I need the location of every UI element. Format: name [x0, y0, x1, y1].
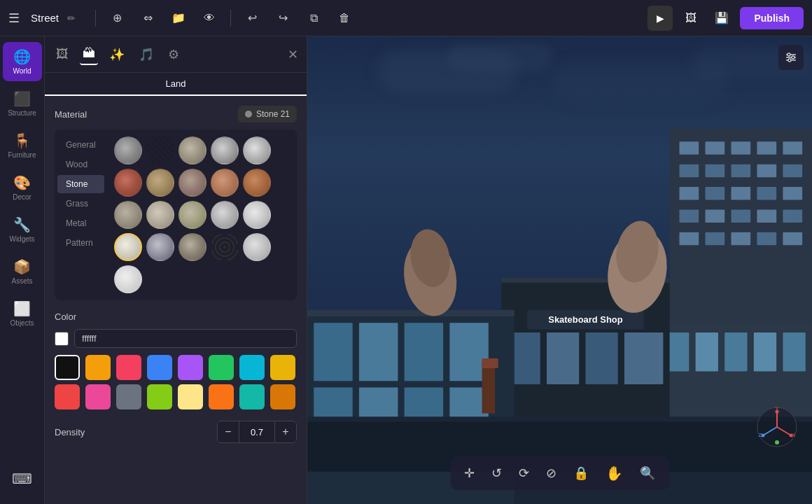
swatch-20[interactable] — [243, 233, 271, 261]
swatch-6[interactable] — [114, 169, 142, 197]
swatch-2[interactable] — [146, 136, 174, 164]
swatch-13[interactable] — [178, 201, 206, 229]
svg-rect-58 — [482, 358, 498, 368]
swatch-4[interactable] — [211, 136, 239, 164]
swatch-19[interactable] — [211, 233, 239, 261]
sidebar-item-assets[interactable]: 📦 Assets — [3, 252, 42, 291]
sidebar-item-objects[interactable]: ⬜ Objects — [3, 294, 42, 333]
color-section-label: Color — [55, 312, 297, 322]
panel-content: Material Stone 21 General Wood Stone Gra… — [45, 96, 307, 504]
cat-pattern[interactable]: Pattern — [57, 234, 104, 252]
swatch-11[interactable] — [114, 201, 142, 229]
tool-hand[interactable]: ✋ — [603, 462, 626, 484]
publish-button[interactable]: Publish — [740, 7, 804, 29]
swatch-15[interactable] — [243, 201, 271, 229]
color-black[interactable] — [55, 355, 80, 380]
color-green[interactable] — [209, 355, 234, 380]
tool-lock[interactable]: 🔒 — [570, 463, 592, 484]
viewport[interactable]: Skateboard Shop — [307, 36, 812, 504]
color-blue[interactable] — [147, 355, 172, 380]
density-decrease-button[interactable]: − — [218, 421, 239, 442]
swatch-5[interactable] — [243, 136, 271, 164]
tab-audio-icon[interactable]: 🎵 — [136, 44, 157, 65]
swatch-1[interactable] — [114, 136, 142, 164]
swatch-7[interactable] — [146, 169, 174, 197]
tool-rotate[interactable]: ↺ — [489, 463, 505, 484]
tool-move[interactable]: ✛ — [461, 463, 477, 484]
align-btn[interactable]: ⇔ — [135, 6, 160, 31]
image-btn[interactable]: 🖼 — [678, 6, 704, 31]
color-yellow[interactable] — [270, 355, 295, 380]
play-btn[interactable]: ▶ — [648, 6, 673, 31]
menu-icon[interactable]: ☰ — [8, 10, 20, 26]
color-amber[interactable] — [85, 355, 111, 380]
color-cyan[interactable] — [239, 355, 265, 380]
svg-rect-57 — [482, 362, 495, 414]
density-increase-button[interactable]: + — [275, 421, 296, 442]
svg-point-63 — [792, 56, 794, 59]
svg-rect-32 — [783, 332, 805, 371]
viewport-filter-button[interactable] — [778, 45, 804, 70]
color-gray[interactable] — [116, 384, 141, 410]
folder-btn[interactable]: 📁 — [166, 6, 191, 31]
svg-rect-12 — [680, 187, 699, 200]
color-lime[interactable] — [147, 384, 172, 410]
swatch-17[interactable] — [146, 233, 174, 261]
color-purple[interactable] — [178, 355, 203, 380]
tool-scale[interactable]: ⟳ — [516, 463, 532, 484]
swatch-9[interactable] — [211, 169, 239, 197]
color-cream[interactable] — [178, 384, 203, 410]
eye-btn[interactable]: 👁 — [197, 6, 222, 31]
cat-wood[interactable]: Wood — [57, 155, 104, 174]
tab-effects-icon[interactable]: ✨ — [106, 44, 127, 65]
svg-rect-9 — [731, 164, 750, 177]
swatch-14[interactable] — [211, 201, 239, 229]
cat-general[interactable]: General — [57, 136, 104, 154]
swatch-8[interactable] — [178, 169, 206, 197]
edit-project-icon[interactable]: ✏ — [67, 13, 76, 24]
material-categories: General Wood Stone Grass Metal Pattern — [55, 130, 107, 300]
tool-select[interactable]: ⊘ — [543, 463, 559, 484]
color-pink[interactable] — [85, 384, 111, 410]
delete-btn[interactable]: 🗑 — [332, 6, 357, 31]
cat-grass[interactable]: Grass — [57, 195, 104, 213]
sidebar-item-widgets[interactable]: 🔧 Widgets — [3, 210, 42, 249]
sidebar-item-world[interactable]: 🌐 World — [3, 42, 42, 81]
decor-label: Decor — [13, 193, 31, 201]
sidebar-item-keyboard[interactable]: ⌨ — [3, 459, 42, 498]
swatch-21[interactable] — [114, 265, 142, 293]
color-orange[interactable] — [209, 384, 234, 410]
assets-label: Assets — [11, 277, 32, 285]
save-btn[interactable]: 💾 — [709, 6, 734, 31]
cat-stone[interactable]: Stone — [57, 175, 104, 193]
sidebar-item-furniture[interactable]: 🪑 Furniture — [3, 126, 42, 165]
color-hex-input[interactable]: ffffff — [74, 329, 297, 348]
world-icon: 🌐 — [13, 48, 31, 65]
tab-settings-icon[interactable]: ⚙ — [165, 44, 182, 65]
structure-icon: ⬛ — [13, 90, 31, 107]
tab-scene-icon[interactable]: 🖼 — [53, 44, 71, 64]
tool-zoom[interactable]: 🔍 — [637, 463, 658, 484]
focus-btn[interactable]: ⊕ — [104, 6, 130, 31]
color-teal[interactable] — [239, 384, 265, 410]
swatch-18[interactable] — [178, 233, 206, 261]
duplicate-btn[interactable]: ⧉ — [301, 6, 326, 31]
svg-rect-23 — [705, 232, 724, 245]
svg-rect-4 — [731, 141, 750, 154]
redo-btn[interactable]: ↪ — [270, 6, 295, 31]
panel-close-button[interactable]: ✕ — [288, 47, 298, 62]
color-red[interactable] — [55, 384, 80, 410]
color-rose[interactable] — [116, 355, 141, 380]
cat-metal[interactable]: Metal — [57, 214, 104, 232]
svg-rect-14 — [731, 187, 750, 200]
swatch-16[interactable] — [114, 233, 142, 261]
material-selector[interactable]: Stone 21 — [238, 106, 297, 122]
swatch-12[interactable] — [146, 201, 174, 229]
swatch-10[interactable] — [243, 169, 271, 197]
swatch-3[interactable] — [178, 136, 206, 164]
sidebar-item-decor[interactable]: 🎨 Decor — [3, 168, 42, 207]
tab-land-icon[interactable]: 🏔 — [80, 43, 98, 65]
undo-btn[interactable]: ↩ — [239, 6, 265, 31]
color-dark-orange[interactable] — [270, 384, 295, 410]
sidebar-item-structure[interactable]: ⬛ Structure — [3, 84, 42, 123]
